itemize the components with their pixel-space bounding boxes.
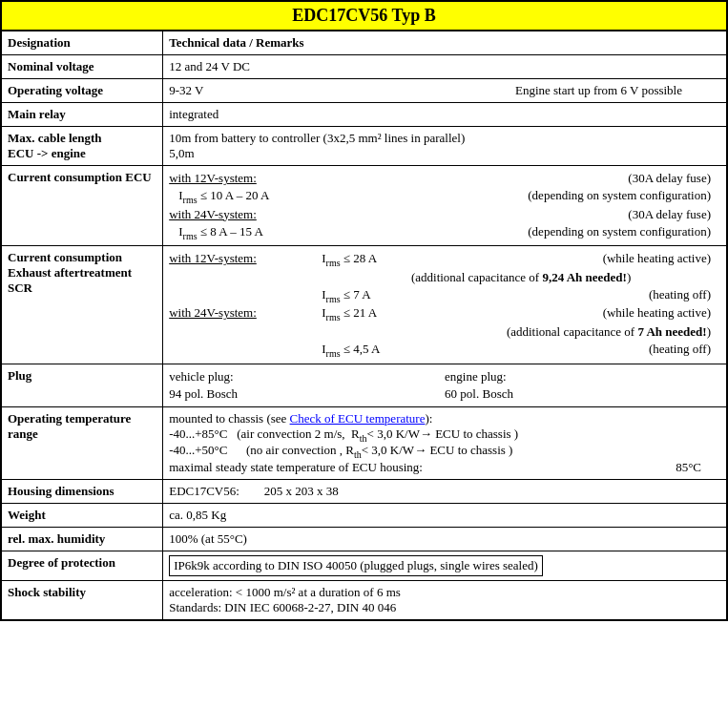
row-data-main-relay: integrated — [163, 103, 727, 127]
ecu-24v-config: (depending on system configuration) — [528, 224, 711, 239]
table-row: Weight ca. 0,85 Kg — [1, 503, 727, 527]
row-label-plug: Plug — [1, 364, 163, 406]
title-cell: EDC17CV56 Typ B — [1, 1, 727, 31]
row-data-humidity: 100% (at 55°C) — [163, 527, 727, 551]
row-data-current-exhaust: with 12V-system: Irms ≤ 28 A (while heat… — [163, 246, 727, 364]
ecu-12v-label: with 12V-system: — [169, 171, 257, 185]
op-temp-steady-value: 85°C — [676, 460, 720, 475]
row-data-op-temp: mounted to chassis (see Check of ECU tem… — [163, 406, 727, 479]
plug-vehicle-label: vehicle plug: — [169, 369, 234, 384]
ecu-12v-fuse: (30A delay fuse) — [628, 171, 711, 185]
table-row: Operating voltage 9-32 V Engine start up… — [1, 79, 727, 103]
row-data-max-cable: 10m from battery to controller (3x2,5 mm… — [163, 127, 727, 166]
ecu-12v-config: (depending on system configuration) — [528, 188, 711, 202]
exhaust-12v-cap: (additional capacitance of 9,24 Ah neede… — [411, 270, 631, 284]
row-label-max-cable: Max. cable lengthECU -> engine — [1, 127, 163, 166]
table-row: Operating temperature range mounted to c… — [1, 406, 727, 479]
op-voltage-value: 9-32 V — [169, 83, 203, 97]
ecu-24v-fuse: (30A delay fuse) — [628, 207, 711, 221]
op-voltage-note: Engine start up from 6 V possible — [515, 83, 720, 98]
row-label-operating-voltage: Operating voltage — [1, 79, 163, 103]
table-row: Main relay integrated — [1, 103, 727, 127]
row-label-main-relay: Main relay — [1, 103, 163, 127]
exhaust-24v-irms2: Irms ≤ 4,5 A — [322, 342, 380, 356]
row-label-nominal-voltage: Nominal voltage — [1, 55, 163, 79]
table-row: Current consumption Exhaust aftertreatme… — [1, 246, 727, 364]
main-table: EDC17CV56 Typ B Designation Technical da… — [0, 0, 728, 621]
row-data-degree-protection: IP6k9k according to DIN ISO 40050 (plugg… — [163, 551, 727, 580]
table-row: Current consumption ECU with 12V-system:… — [1, 166, 727, 246]
degree-protection-value: IP6k9k according to DIN ISO 40050 (plugg… — [169, 555, 543, 576]
row-data-current-ecu: with 12V-system: (30A delay fuse) Irms ≤… — [163, 166, 727, 246]
row-label-weight: Weight — [1, 503, 163, 527]
row-data-operating-voltage: 9-32 V Engine start up from 6 V possible — [163, 79, 727, 103]
row-label-op-temp: Operating temperature range — [1, 406, 163, 479]
table-row: Shock stability acceleration: < 1000 m/s… — [1, 580, 727, 620]
col-header-designation: Designation — [1, 31, 163, 55]
exhaust-24v-irms1: Irms ≤ 21 A — [322, 305, 377, 320]
row-data-housing-dim: EDC17CV56: 205 x 203 x 38 — [163, 479, 727, 503]
column-header-row: Designation Technical data / Remarks — [1, 31, 727, 55]
ecu-24v-irms: Irms ≤ 8 A – 15 A — [178, 224, 263, 239]
row-data-plug: vehicle plug: engine plug: 94 pol. Bosch… — [163, 364, 727, 406]
ecu-12v-irms: Irms ≤ 10 A – 20 A — [178, 188, 269, 202]
op-temp-steady-label: maximal steady state temperature of ECU … — [169, 460, 423, 474]
exhaust-12v-note2: (heating off) — [649, 287, 711, 302]
row-label-degree-protection: Degree of protection — [1, 551, 163, 580]
exhaust-12v-note1: (while heating active) — [603, 251, 711, 265]
ecu-24v-label: with 24V-system: — [169, 207, 257, 221]
row-label-housing-dim: Housing dimensions — [1, 479, 163, 503]
row-label-current-exhaust: Current consumption Exhaust aftertreatme… — [1, 246, 163, 364]
row-data-weight: ca. 0,85 Kg — [163, 503, 727, 527]
row-data-shock-stability: acceleration: < 1000 m/s² at a duration … — [163, 580, 727, 620]
table-row: Plug vehicle plug: engine plug: 94 pol. … — [1, 364, 727, 406]
table-row: rel. max. humidity 100% (at 55°C) — [1, 527, 727, 551]
table-row: Degree of protection IP6k9k according to… — [1, 551, 727, 580]
exhaust-12v-label: with 12V-system: — [169, 251, 257, 265]
plug-vehicle-value: 94 pol. Bosch — [169, 386, 238, 401]
plug-engine-value: 60 pol. Bosch — [445, 386, 513, 401]
table-row: Max. cable lengthECU -> engine 10m from … — [1, 127, 727, 166]
exhaust-12v-irms1: Irms ≤ 28 A — [322, 251, 377, 265]
row-label-humidity: rel. max. humidity — [1, 527, 163, 551]
header-row: EDC17CV56 Typ B — [1, 1, 727, 31]
exhaust-12v-irms2: Irms ≤ 7 A — [322, 287, 370, 302]
exhaust-24v-label: with 24V-system: — [169, 305, 257, 320]
table-row: Nominal voltage 12 and 24 V DC — [1, 55, 727, 79]
table-row: Housing dimensions EDC17CV56: 205 x 203 … — [1, 479, 727, 503]
exhaust-24v-note1: (while heating active) — [603, 305, 711, 320]
col-header-technical: Technical data / Remarks — [163, 31, 727, 55]
exhaust-24v-note2: (heating off) — [649, 342, 711, 356]
plug-engine-label: engine plug: — [445, 369, 507, 384]
row-label-shock-stability: Shock stability — [1, 580, 163, 620]
page-title: EDC17CV56 Typ B — [292, 6, 435, 25]
exhaust-24v-cap: (additional capacitance of 7 Ah needed!) — [507, 324, 711, 339]
row-label-current-ecu: Current consumption ECU — [1, 166, 163, 246]
row-data-nominal-voltage: 12 and 24 V DC — [163, 55, 727, 79]
ecu-temp-link[interactable]: Check of ECU temperature — [290, 411, 426, 426]
